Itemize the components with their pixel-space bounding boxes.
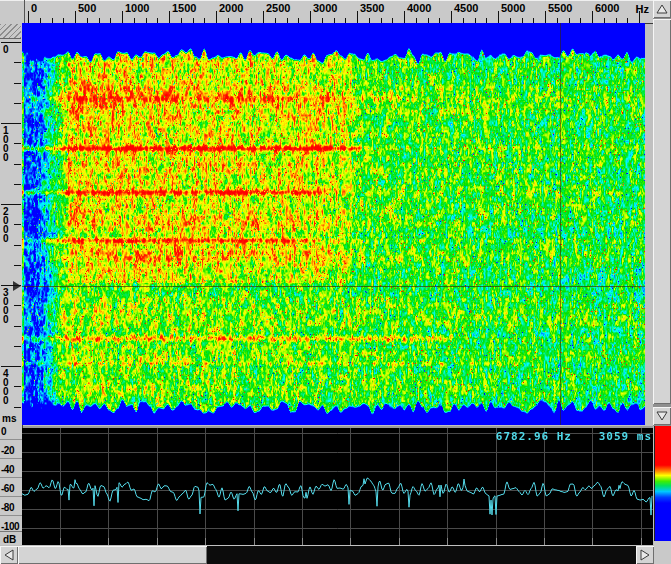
- ruler-tick-label: 2000: [219, 2, 243, 14]
- ruler-tick-label: 5500: [548, 2, 572, 14]
- arrow-right-icon: [639, 549, 651, 561]
- ruler-tick: [14, 305, 21, 306]
- db-tick-label: -40: [1, 464, 22, 475]
- ruler-tick: [14, 143, 21, 144]
- ruler-tick: [263, 11, 264, 23]
- ruler-tick: [14, 245, 21, 246]
- spectrogram-app-window: Hz 0500100015002000250030003500400045005…: [0, 0, 671, 564]
- ruler-tick-label: 2500: [266, 2, 290, 14]
- ruler-tick: [1, 42, 21, 43]
- ruler-tick: [14, 83, 21, 84]
- db-separator: [0, 496, 22, 497]
- db-tick-label: -20: [1, 445, 22, 456]
- time-readout: 3059 ms: [532, 430, 652, 443]
- ruler-tick: [639, 11, 640, 23]
- ruler-tick-label: 4000: [407, 2, 431, 14]
- ruler-tick-label: 1000: [3, 126, 9, 162]
- horizontal-scrollbar[interactable]: [0, 546, 654, 564]
- ruler-tick: [14, 62, 21, 63]
- spectrum-canvas[interactable]: [22, 428, 653, 545]
- vertical-scrollbar-thumb[interactable]: [653, 19, 671, 404]
- ruler-tick: [14, 224, 21, 225]
- ruler-tick: [1, 123, 21, 124]
- scroll-down-button[interactable]: [653, 407, 671, 425]
- ruler-tick: [169, 11, 170, 23]
- ruler-tick: [592, 11, 593, 23]
- horizontal-scrollbar-thumb[interactable]: [18, 546, 207, 564]
- ruler-tick: [14, 265, 21, 266]
- ruler-tick-label: 4500: [454, 2, 478, 14]
- ruler-tick: [14, 407, 21, 408]
- frequency-unit-label: Hz: [636, 3, 649, 15]
- bottom-right-corner: [654, 541, 671, 564]
- ruler-tick: [14, 103, 21, 104]
- ruler-tick: [28, 11, 29, 23]
- ruler-tick: [14, 164, 21, 165]
- ruler-tick: [451, 11, 452, 23]
- ruler-tick-label: 1500: [172, 2, 196, 14]
- ruler-tick: [75, 11, 76, 23]
- time-unit-label: ms: [2, 413, 16, 424]
- ruler-tick-label: 4000: [3, 369, 9, 405]
- ruler-tick-label: 6000: [595, 2, 619, 14]
- arrow-down-icon: [656, 410, 668, 422]
- scroll-left-button[interactable]: [0, 546, 18, 564]
- arrow-up-icon: [656, 3, 668, 15]
- ruler-tick-label: 0: [31, 2, 37, 14]
- db-separator: [0, 439, 22, 440]
- ruler-tick-label: 1000: [125, 2, 149, 14]
- ruler-tick: [14, 184, 21, 185]
- ruler-hatch-box: [0, 24, 21, 39]
- ruler-tick-label: 0: [3, 45, 9, 54]
- db-tick-label: -100: [1, 521, 22, 532]
- spectrogram-canvas[interactable]: [22, 23, 645, 425]
- ruler-tick-label: 5000: [501, 2, 525, 14]
- time-cursor-marker-icon: [13, 281, 21, 291]
- db-separator: [0, 477, 22, 478]
- ruler-tick: [14, 386, 21, 387]
- vertical-scrollbar[interactable]: [653, 0, 671, 426]
- ruler-tick: [404, 11, 405, 23]
- ruler-tick-label: 500: [78, 2, 96, 14]
- time-ruler: ms 01000200030004000: [0, 23, 23, 426]
- db-unit-box: dB: [0, 531, 22, 546]
- db-tick-label: 0: [1, 426, 22, 437]
- ruler-tick: [1, 366, 21, 367]
- ruler-tick: [122, 11, 123, 23]
- ruler-tick: [545, 11, 546, 23]
- db-separator: [0, 458, 22, 459]
- db-separator: [0, 515, 22, 516]
- scroll-right-button[interactable]: [636, 546, 654, 564]
- ruler-tick: [1, 204, 21, 205]
- ruler-tick: [216, 11, 217, 23]
- ruler-tick: [14, 326, 21, 327]
- db-scale: dB 0-20-40-60-80-100: [0, 426, 23, 545]
- ruler-tick-label: 2000: [3, 207, 9, 243]
- ruler-tick-label: 3500: [360, 2, 384, 14]
- ruler-tick: [14, 346, 21, 347]
- db-tick-label: -60: [1, 483, 22, 494]
- ruler-tick-label: 3000: [3, 288, 9, 324]
- arrow-left-icon: [3, 549, 15, 561]
- db-tick-label: -80: [1, 502, 22, 513]
- color-scale-bar: [654, 426, 671, 541]
- ruler-tick: [357, 11, 358, 23]
- ruler-tick: [1, 285, 21, 286]
- ruler-tick: [310, 11, 311, 23]
- ruler-corner: [0, 0, 25, 23]
- scroll-up-button[interactable]: [653, 0, 671, 18]
- ruler-tick-label: 3000: [313, 2, 337, 14]
- frequency-ruler: Hz 0500100015002000250030003500400045005…: [0, 0, 653, 24]
- db-unit-label: dB: [3, 534, 16, 545]
- ruler-tick: [498, 11, 499, 23]
